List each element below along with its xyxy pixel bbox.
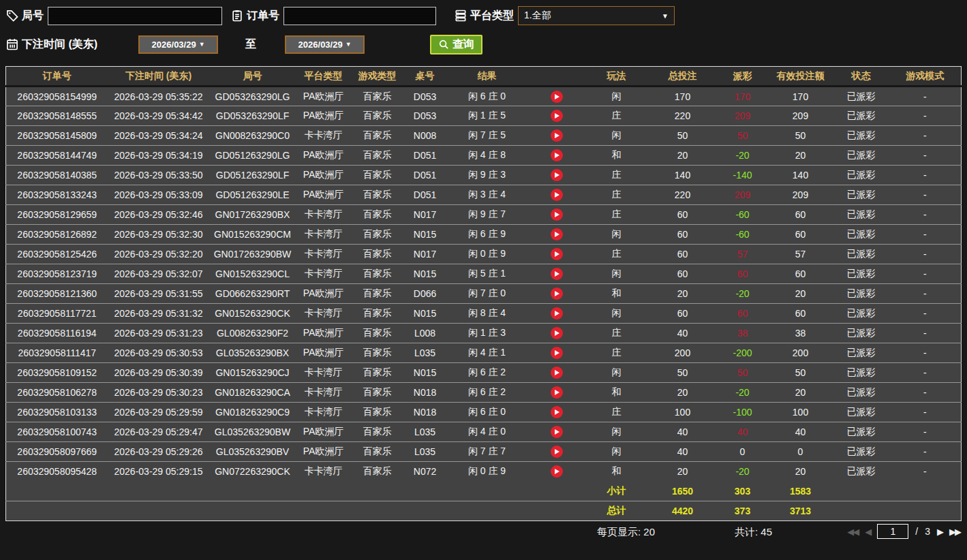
payout-cell: -20: [718, 462, 768, 482]
replay-button[interactable]: [551, 367, 563, 379]
replay-button[interactable]: [551, 169, 563, 181]
replay-cell: [528, 383, 585, 403]
order-no-cell: 260329058095428: [6, 462, 108, 482]
round-no-cell: GN018263290C9: [209, 403, 296, 422]
filter-bar: 局号 订单号 平台类型 1.全部 ▼ 下注时间 (美东): [0, 0, 967, 66]
col-game-type: 游戏类型: [351, 67, 404, 87]
replay-button[interactable]: [551, 129, 563, 142]
replay-button[interactable]: [551, 110, 563, 122]
order-no-cell: 260329058125426: [6, 245, 108, 264]
result-cell: 闲 1 庄 3: [446, 324, 528, 343]
round-no-cell: GN017263290BX: [209, 205, 296, 225]
replay-button[interactable]: [551, 287, 563, 300]
total-bet-cell: 20: [648, 146, 718, 166]
platform-cell: 卡卡湾厅: [296, 126, 351, 146]
replay-button[interactable]: [551, 465, 563, 478]
total-payout: 373: [718, 501, 768, 521]
order-no-cell: 260329058109152: [6, 363, 108, 383]
search-button[interactable]: 查询: [430, 35, 482, 55]
table-row: 260329058140385 2026-03-29 05:33:50 GD05…: [6, 166, 962, 185]
game-mode-cell: -: [889, 146, 962, 166]
game-no-input[interactable]: [48, 7, 222, 25]
total-spacer: [6, 501, 585, 521]
subtotal-payout: 303: [718, 482, 768, 501]
replay-button[interactable]: [551, 327, 563, 339]
play-icon: [555, 370, 559, 375]
replay-button[interactable]: [551, 149, 563, 161]
valid-bet-cell: 170: [768, 87, 833, 106]
total-bet-cell: 100: [648, 403, 718, 422]
date-to-picker[interactable]: 2026/03/29 ▼: [285, 35, 365, 54]
play-type-cell: 和: [585, 383, 648, 403]
replay-button[interactable]: [551, 91, 563, 103]
bet-time-cell: 2026-03-29 05:35:22: [108, 87, 209, 106]
table-row: 260329058133243 2026-03-29 05:33:09 GD05…: [6, 185, 962, 205]
pagination-bar: 每页显示: 20 共计: 45 ◀◀ ◀ / 3 ▶ ▶▶: [0, 521, 967, 543]
play-type-cell: 庄: [585, 106, 648, 126]
col-platform: 平台类型: [296, 67, 351, 87]
replay-button[interactable]: [551, 386, 563, 399]
play-icon: [555, 113, 559, 119]
play-icon: [555, 172, 559, 178]
replay-button[interactable]: [551, 248, 563, 260]
payout-cell: -20: [718, 146, 768, 166]
table-row: 260329058121360 2026-03-29 05:31:55 GD06…: [6, 284, 962, 304]
current-page-input[interactable]: [877, 524, 908, 539]
round-no-cell: GN008263290C0: [209, 126, 296, 146]
bet-time-cell: 2026-03-29 05:30:23: [108, 383, 209, 403]
table-row: 260329058097669 2026-03-29 05:29:26 GL03…: [6, 442, 962, 462]
replay-button[interactable]: [551, 208, 563, 221]
bet-records-table: 订单号 下注时间 (美东) 局号 平台类型 游戏类型 桌号 结果 玩法 总投注 …: [5, 66, 962, 521]
platform-cell: 卡卡湾厅: [296, 264, 351, 284]
tag-icon: [5, 9, 19, 22]
table-no-cell: N015: [404, 264, 446, 284]
result-cell: 闲 6 庄 0: [446, 87, 528, 106]
table-no-cell: N015: [404, 304, 446, 324]
replay-cell: [528, 422, 585, 442]
order-no-label: 订单号: [247, 9, 279, 23]
replay-button[interactable]: [551, 228, 563, 240]
total-bet-cell: 40: [648, 422, 718, 442]
table-no-cell: D053: [404, 106, 446, 126]
replay-button[interactable]: [551, 426, 563, 438]
replay-cell: [528, 126, 585, 146]
order-no-input[interactable]: [283, 7, 436, 25]
payout-cell: 57: [718, 245, 768, 264]
last-page-button[interactable]: ▶▶: [949, 527, 960, 537]
valid-bet-cell: 50: [768, 363, 833, 383]
date-from-picker[interactable]: 2026/03/29 ▼: [138, 35, 218, 54]
game-type-cell: 百家乐: [351, 284, 404, 304]
total-bet-cell: 60: [648, 205, 718, 225]
replay-button[interactable]: [551, 347, 563, 359]
chevron-down-icon: ▼: [662, 12, 669, 20]
payout-cell: -20: [718, 383, 768, 403]
payout-cell: 60: [718, 264, 768, 284]
platform-cell: PA欧洲厅: [296, 442, 351, 462]
game-type-cell: 百家乐: [351, 442, 404, 462]
total-label: 总计: [585, 501, 648, 521]
replay-cell: [528, 106, 585, 126]
play-icon: [555, 212, 559, 217]
prev-page-button[interactable]: ◀: [865, 527, 870, 537]
replay-button[interactable]: [551, 307, 563, 320]
replay-button[interactable]: [551, 446, 563, 458]
result-cell: 闲 4 庄 1: [446, 343, 528, 363]
table-no-cell: L008: [404, 324, 446, 343]
table-no-cell: N008: [404, 126, 446, 146]
subtotal-label: 小计: [585, 482, 648, 501]
bet-time-cell: 2026-03-29 05:29:59: [108, 403, 209, 422]
replay-button[interactable]: [551, 406, 563, 418]
result-cell: 闲 9 庄 7: [446, 205, 528, 225]
platform-type-select[interactable]: 1.全部 ▼: [518, 6, 675, 25]
table-no-cell: D066: [404, 284, 446, 304]
next-page-button[interactable]: ▶: [937, 527, 942, 537]
first-page-button[interactable]: ◀◀: [847, 527, 858, 537]
bet-time-cell: 2026-03-29 05:32:30: [108, 225, 209, 245]
game-type-cell: 百家乐: [351, 403, 404, 422]
valid-bet-cell: 60: [768, 205, 833, 225]
status-cell: 已派彩: [833, 166, 889, 185]
valid-bet-cell: 140: [768, 166, 833, 185]
bet-time-cell: 2026-03-29 05:31:55: [108, 284, 209, 304]
replay-button[interactable]: [551, 268, 563, 280]
replay-button[interactable]: [551, 189, 563, 201]
